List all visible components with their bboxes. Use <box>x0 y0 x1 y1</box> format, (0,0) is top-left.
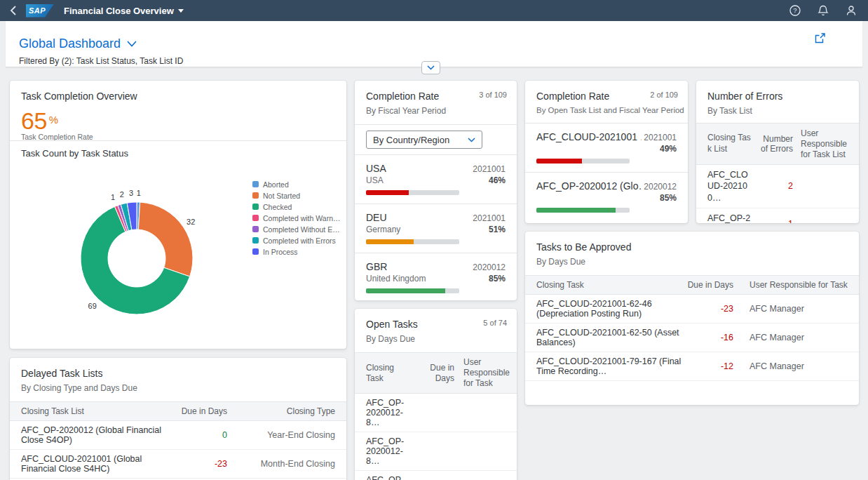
closing-task: AFC_CLOUD-2021001-62-46 (Depreciation Po… <box>525 295 686 323</box>
progress-item[interactable]: AFC_OP-2020012 (Glo… 2020012 85% <box>525 172 688 221</box>
fiscal-period: 2020012 <box>644 182 677 192</box>
progress-fill <box>536 159 582 164</box>
completion-percent: 85% <box>489 274 506 284</box>
task-list-name: AFC_OP-2020012 (Glo… <box>536 180 642 192</box>
donut-slice[interactable] <box>138 202 193 276</box>
filter-summary[interactable]: Filtered By (2): Task List Status, Task … <box>19 56 183 66</box>
fiscal-period: 2021001 <box>473 213 506 223</box>
dropdown-value: By Country/Region <box>373 135 449 145</box>
page-title: Global Dashboard <box>19 36 121 51</box>
due-in-days: -23 <box>164 455 227 473</box>
progress-list: USA 2021001 USA 46% DEU 2021001 German <box>355 155 517 300</box>
app-title: Financial Close Overview <box>64 6 174 16</box>
legend-item: Not Started <box>252 191 345 201</box>
card-delayed-task-lists: Delayed Task Lists By Closing Type and D… <box>10 358 346 480</box>
card-subtitle: By Closing Type and Days Due <box>21 383 335 393</box>
task-list-name: AFC_CLOUD-2021001 … <box>536 131 642 142</box>
fiscal-period: 2020012 <box>473 262 506 272</box>
donut-data-label: 69 <box>88 302 97 310</box>
table-row[interactable]: AFC_CLOUD-2021001-62-50 (Asset Balances)… <box>525 324 859 352</box>
user-responsible <box>793 182 859 190</box>
column-header: Due in Days <box>686 276 733 294</box>
closing-task: AFC_OP-2020012-8… <box>355 432 412 470</box>
notifications-icon[interactable] <box>818 5 829 16</box>
progress-item[interactable]: AFC_CLOUD-2021001 … 2021001 49% <box>525 124 688 172</box>
table-body: AFC_OP-2020012-8… AFC_OP-2020012-8… AFC_… <box>355 394 517 480</box>
card-title: Number of Errors <box>707 91 848 102</box>
column-header: Due in Days <box>412 359 454 388</box>
card-subtitle: By Task List <box>707 106 848 116</box>
legend-label: Checked <box>263 203 292 211</box>
card-subtitle: By Open Task List and Fiscal Year Period <box>536 106 677 114</box>
svg-text:?: ? <box>793 6 796 14</box>
user-responsible <box>454 447 517 455</box>
due-in-days: -12 <box>686 357 733 375</box>
card-completion-rate-open: Completion Rate By Open Task List and Fi… <box>525 81 688 223</box>
card-open-tasks: Open Tasks By Days Due 5 of 74 Closing T… <box>355 309 517 480</box>
progress-item[interactable]: GBR 2020012 United Kingdom 85% <box>355 253 517 300</box>
item-name: United Kingdom <box>366 274 426 284</box>
card-header[interactable]: Delayed Task Lists By Closing Type and D… <box>10 358 346 393</box>
legend-label: Completed Without E… <box>263 225 340 234</box>
user-responsible <box>454 408 517 417</box>
kpi-task-completion-rate: 65% <box>21 107 58 135</box>
due-in-days <box>412 408 454 417</box>
help-icon[interactable]: ? <box>789 5 801 16</box>
legend-item: Completed with Errors <box>252 236 345 246</box>
back-button[interactable] <box>10 6 16 15</box>
table-row[interactable]: AFC_OP-2020012-8… <box>355 394 517 432</box>
progress-track <box>536 159 630 164</box>
donut-chart[interactable]: 13269123 <box>17 156 255 340</box>
item-name: Germany <box>366 225 400 234</box>
card-title[interactable]: Task Completion Overview <box>21 91 137 102</box>
profile-icon[interactable] <box>846 5 857 16</box>
card-header[interactable]: Number of Errors By Task List <box>696 81 859 116</box>
table-row[interactable]: AFC_OP-2020012 (Global Financial Close S… <box>10 421 346 450</box>
app-title-menu[interactable]: Financial Close Overview <box>64 6 184 16</box>
shell-bar: SAP Financial Close Overview ? <box>0 0 868 21</box>
card-task-completion-overview: Task Completion Overview 65% Task Comple… <box>10 81 346 349</box>
dashboard-title-menu[interactable]: Global Dashboard <box>19 36 137 51</box>
table-header: Closing Task Due in Days User Responsibl… <box>355 352 517 394</box>
due-in-days: -23 <box>686 300 733 318</box>
donut-data-label: 1 <box>137 189 141 197</box>
table-row[interactable]: AFC_CLOUD-202100… 2 <box>696 165 859 208</box>
card-header[interactable]: Tasks to Be Approved By Days Due <box>525 232 859 267</box>
table-row[interactable]: AFC_OP-2020012-8… <box>355 471 517 480</box>
progress-item[interactable]: USA 2021001 USA 46% <box>355 155 517 204</box>
completion-percent: 51% <box>489 225 506 234</box>
progress-fill <box>536 208 616 213</box>
card-title: Tasks to Be Approved <box>536 241 848 253</box>
user-responsible <box>793 220 859 223</box>
legend-label: Completed with Warn… <box>263 214 340 222</box>
due-in-days: 0 <box>164 426 227 444</box>
column-header: User Responsible for Task <box>733 276 859 294</box>
closing-task-list: AFC_CLOUD-202100… <box>696 165 754 208</box>
table-row[interactable]: AFC_CLOUD-2021001-62-46 (Depreciation Po… <box>525 295 859 324</box>
share-icon[interactable] <box>814 32 826 44</box>
table-row[interactable]: AFC_CLOUD-2021001-79-167 (Final Time Rec… <box>525 352 859 381</box>
view-by-dropdown[interactable]: By Country/Region <box>366 131 482 149</box>
user-responsible: AFC Manager <box>733 300 859 318</box>
legend-item: Completed with Warn… <box>252 213 345 223</box>
kpi-unit: % <box>49 114 58 126</box>
legend-swatch <box>252 181 259 187</box>
closing-task-list: AFC_OP-2020012 (Global Financial Close S… <box>10 421 164 449</box>
progress-item[interactable]: DEU 2021001 Germany 51% <box>355 204 517 253</box>
table-body: AFC_CLOUD-2021001-62-46 (Depreciation Po… <box>525 295 859 381</box>
number-of-errors: 1 <box>754 215 793 223</box>
progress-track <box>366 239 459 244</box>
column-header: Number of Errors <box>754 130 793 158</box>
table-row[interactable]: AFC_OP-2020012-8… <box>355 432 517 471</box>
sap-logo[interactable]: SAP <box>26 4 54 18</box>
legend-swatch <box>252 248 259 255</box>
completion-percent: 49% <box>660 144 677 154</box>
chevron-down-icon <box>468 138 475 142</box>
table-row[interactable]: AFC_CLOUD-2021001 (Global Financial Clos… <box>10 450 346 479</box>
donut-data-label: 2 <box>120 190 124 199</box>
donut-data-label: 1 <box>111 193 115 201</box>
table-row[interactable]: AFC_OP-2020012… 1 <box>696 208 859 223</box>
dropdown-row: By Country/Region <box>355 125 517 155</box>
legend-item: Aborted <box>252 180 345 189</box>
collapse-header-button[interactable] <box>421 61 440 74</box>
